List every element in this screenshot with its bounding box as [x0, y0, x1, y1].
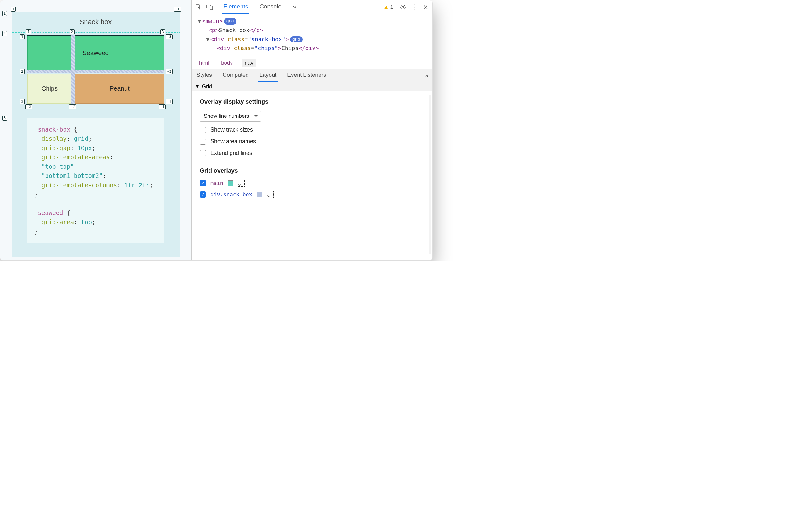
tabs-more-icon[interactable]: » — [291, 0, 298, 14]
tab-elements[interactable]: Elements — [222, 0, 249, 14]
svg-rect-2 — [210, 6, 213, 10]
color-swatch[interactable] — [257, 192, 262, 197]
device-toggle-icon[interactable] — [205, 3, 214, 12]
linenum: -3 — [26, 104, 32, 109]
grid-section-body: Overlay display settings Show line numbe… — [191, 91, 432, 209]
line-numbers-select[interactable]: Show line numbers — [200, 111, 261, 122]
linenum-outer-row: 1 — [2, 11, 7, 16]
subtab-listeners[interactable]: Event Listeners — [286, 69, 328, 82]
devtools-toolbar: Elements Console » ▲ 1 ⋮ ✕ — [191, 0, 432, 14]
checkbox-overlay-snackbox[interactable] — [200, 192, 206, 198]
code-block: .snack-box { display: grid; grid-gap: 10… — [27, 118, 164, 243]
reveal-icon[interactable] — [238, 180, 245, 187]
linenum: -2 — [69, 104, 76, 109]
grid-section-title: Grid — [202, 83, 212, 90]
linenum: 2 — [20, 69, 25, 74]
breadcrumb: html body nav — [191, 57, 432, 69]
warning-icon: ▲ — [383, 4, 389, 10]
devtools-panel: Elements Console » ▲ 1 ⋮ ✕ ▼<main>grid <… — [191, 0, 432, 260]
kebab-menu-icon[interactable]: ⋮ — [410, 3, 419, 12]
subtabs-more-icon[interactable]: » — [425, 72, 429, 79]
checkbox-overlay-main[interactable] — [200, 180, 206, 186]
label-extend-lines: Extend grid lines — [211, 150, 252, 156]
svg-line-8 — [401, 5, 402, 6]
overlay-name[interactable]: div.snack-box — [211, 192, 252, 198]
linenum: 1 — [26, 29, 31, 34]
grid-pill: grid — [224, 18, 236, 25]
overlay-row-main: main — [200, 180, 424, 187]
grid-cell-peanut: Peanut — [75, 74, 164, 103]
inspect-icon[interactable] — [194, 3, 203, 12]
styles-subtabs: Styles Computed Layout Event Listeners » — [191, 69, 432, 82]
snack-box-grid: Seaweed Chips Peanut 1 2 3 1 2 3 -3 -2 -… — [27, 35, 164, 103]
svg-line-9 — [404, 9, 405, 9]
grid-cell-seaweed: Seaweed — [27, 36, 164, 70]
checkbox-area-names[interactable] — [200, 139, 206, 145]
overlay-settings-title: Overlay display settings — [200, 98, 424, 105]
crumb-nav[interactable]: nav — [242, 58, 256, 67]
linenum: 3 — [160, 29, 165, 34]
linenum-outer-row: 2 — [2, 31, 7, 36]
linenum: -3 — [166, 34, 173, 39]
reveal-icon[interactable] — [267, 191, 274, 198]
label-area-names: Show area names — [211, 138, 256, 145]
svg-line-10 — [404, 5, 405, 6]
label-track-sizes: Show track sizes — [211, 127, 253, 133]
checkbox-track-sizes[interactable] — [200, 127, 206, 133]
grid-section-header[interactable]: ▼ Grid — [191, 82, 432, 91]
linenum: -1 — [166, 99, 173, 104]
linenum: 2 — [70, 29, 74, 34]
grid-overlays-title: Grid overlays — [200, 167, 424, 174]
subtab-styles[interactable]: Styles — [195, 69, 213, 82]
disclosure-icon: ▼ — [195, 83, 200, 90]
subtab-layout[interactable]: Layout — [258, 69, 278, 82]
scrollbar[interactable] — [427, 95, 432, 254]
gear-icon[interactable] — [398, 3, 407, 12]
svg-line-11 — [401, 9, 402, 9]
subtab-computed[interactable]: Computed — [221, 69, 250, 82]
warning-count: 1 — [390, 4, 393, 10]
warnings-badge[interactable]: ▲ 1 — [383, 4, 393, 10]
linenum: 3 — [20, 99, 25, 104]
select-value: Show line numbers — [204, 113, 249, 119]
close-icon[interactable]: ✕ — [421, 3, 430, 12]
tab-console[interactable]: Console — [258, 0, 283, 14]
linenum: -2 — [166, 69, 173, 74]
grid-cell-chips: Chips — [27, 74, 72, 103]
grid-pill: grid — [290, 36, 303, 43]
overlay-name[interactable]: main — [211, 180, 223, 186]
crumb-body[interactable]: body — [218, 58, 236, 67]
checkbox-extend-lines[interactable] — [200, 150, 206, 156]
dom-tree[interactable]: ▼<main>grid <p>Snack box</p> ▼<div class… — [191, 14, 432, 57]
color-swatch[interactable] — [228, 180, 233, 186]
crumb-html[interactable]: html — [196, 58, 212, 67]
overlay-row-snackbox: div.snack-box — [200, 191, 424, 198]
linenum: -1 — [159, 104, 166, 109]
svg-point-3 — [402, 6, 404, 8]
linenum: 1 — [20, 34, 25, 39]
page-title: Snack box — [27, 18, 164, 26]
linenum-outer-row: 3 — [2, 115, 7, 121]
page-preview: Snack box Seaweed Chips Peanut 1 2 3 1 2… — [0, 0, 191, 260]
